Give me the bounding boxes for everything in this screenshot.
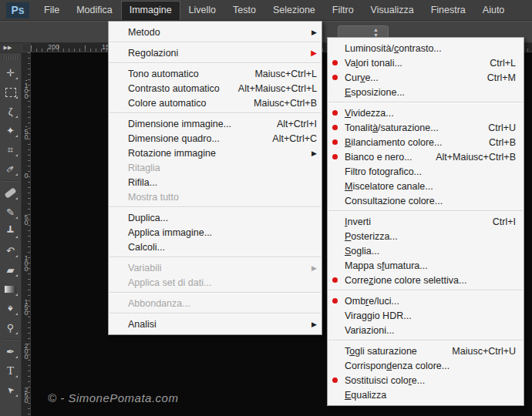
clone-stamp-tool[interactable]: ┻ (2, 222, 20, 241)
menu-item-tono-automatico[interactable]: Tono automaticoMaiusc+Ctrl+L (109, 66, 322, 81)
menu-item-label: Miscelatore canale... (345, 181, 433, 192)
menu-item-shortcut: Ctrl+M (469, 72, 516, 83)
menu-item-esposizione[interactable]: Esposizione... (328, 85, 524, 99)
menu-item-rifila[interactable]: Rifila... (109, 175, 322, 190)
dodge-tool[interactable]: ⚲ (2, 318, 20, 337)
menu-item-regolazioni[interactable]: Regolazioni▶ (109, 45, 322, 60)
menu-item-label: Consultazione colore... (345, 196, 443, 206)
menubar-item-visualizza[interactable]: Visualizza (362, 1, 423, 19)
lasso-tool[interactable]: ζ (2, 102, 20, 121)
brush-tool[interactable]: ✎ (2, 203, 20, 222)
healing-brush-tool[interactable] (2, 183, 20, 203)
menu-item-analisi[interactable]: Analisi▶ (109, 317, 322, 331)
menu-separator (328, 340, 523, 341)
eraser-tool[interactable]: ▰ (2, 260, 20, 280)
menu-item-vividezza[interactable]: Vividezza... (328, 106, 524, 120)
menu-item-ritaglia[interactable]: Ritaglia (109, 160, 322, 175)
menu-item-marker-column (332, 377, 345, 383)
menu-separator (109, 42, 321, 43)
menu-item-corrispondenza-colore[interactable]: Corrispondenza colore... (328, 358, 524, 373)
menu-separator (109, 62, 321, 64)
panel-grip[interactable] (2, 55, 19, 60)
menu-item-calcoli[interactable]: Calcoli... (109, 240, 322, 254)
menubar-item-immagine[interactable]: Immagine (121, 1, 180, 20)
menu-item-label: Tono automatico (128, 69, 199, 79)
menu-item-bianco-e-nero[interactable]: Bianco e nero...Alt+Maiusc+Ctrl+B (328, 149, 524, 164)
menu-item-metodo[interactable]: Metodo▶ (109, 25, 322, 39)
type-tool[interactable]: T (2, 361, 20, 381)
menu-item-contrasto-automatico[interactable]: Contrasto automaticoAlt+Maiusc+Ctrl+L (109, 81, 322, 96)
menu-item-filtro-fotografico[interactable]: Filtro fotografico... (328, 164, 524, 179)
menu-item-abbondanza[interactable]: Abbondanza... (109, 296, 322, 310)
menu-item-colore-automatico[interactable]: Colore automaticoMaiusc+Ctrl+B (109, 96, 322, 110)
gradient-tool-icon (5, 286, 16, 293)
eyedropper-tool[interactable]: ✑ (2, 159, 20, 179)
menubar-item-file[interactable]: File (35, 1, 68, 19)
menu-item-dimensione-immagine[interactable]: Dimensione immagine...Alt+Ctrl+I (109, 116, 322, 131)
menu-item-consultazione-colore[interactable]: Consultazione colore... (328, 193, 524, 208)
menu-separator (109, 257, 321, 258)
menu-item-applica-immagine[interactable]: Applica immagine... (109, 225, 322, 240)
menu-item-marker-column (332, 154, 345, 159)
menu-item-mappa-sfumatura[interactable]: Mappa sfumatura... (328, 258, 524, 273)
menu-item-rotazione-immagine[interactable]: Rotazione immagine▶ (109, 146, 322, 160)
menu-item-tonalit-saturazione[interactable]: Tonalità/saturazione...Ctrl+U (328, 120, 524, 135)
menubar-item-testo[interactable]: Testo (224, 1, 264, 19)
move-tool[interactable]: ✛ (2, 63, 20, 82)
menu-item-variabili[interactable]: Variabili▶ (109, 260, 322, 275)
menu-item-shortcut: Ctrl+B (470, 137, 516, 148)
menu-item-marker-column (332, 277, 345, 283)
menu-item-dimensione-quadro[interactable]: Dimensione quadro...Alt+Ctrl+C (109, 131, 322, 146)
healing-brush-tool-icon (4, 187, 16, 199)
menu-item-viraggio-hdr[interactable]: Viraggio HDR... (328, 308, 524, 323)
menu-item-applica-set-di-dati[interactable]: Applica set di dati... (109, 275, 322, 290)
menu-item-label: Viraggio HDR... (345, 310, 412, 321)
menubar-item-livello[interactable]: Livello (180, 1, 224, 19)
menubar-item-aiuto[interactable]: Aiuto (474, 1, 513, 19)
menu-item-label: Ombre/luci... (345, 296, 399, 307)
move-tool-icon: ✛ (6, 67, 15, 79)
menu-item-luminosit-contrasto[interactable]: Luminosità/contrasto... (328, 41, 524, 55)
panel-collapse-icon[interactable]: ▶▶ (0, 43, 22, 53)
menu-item-inverti[interactable]: InvertiCtrl+I (328, 214, 524, 229)
menu-item-mostra-tutto[interactable]: Mostra tutto (109, 190, 322, 204)
menu-item-equalizza[interactable]: Equalizza (328, 387, 524, 402)
menu-item-curve[interactable]: Curve...Ctrl+M (328, 70, 524, 85)
menu-item-duplica[interactable]: Duplica... (109, 210, 322, 225)
menu-item-correzione-colore-selettiva[interactable]: Correzione colore selettiva... (328, 273, 524, 287)
menu-item-valori-tonali[interactable]: Valori tonali...Ctrl+L (328, 55, 524, 70)
menu-item-variazioni[interactable]: Variazioni... (328, 323, 524, 337)
pen-tool[interactable]: ✒ (2, 342, 20, 361)
menu-item-togli-saturazione[interactable]: Togli saturazioneMaiusc+Ctrl+U (328, 344, 524, 358)
menu-item-label: Analisi (128, 319, 157, 330)
blur-tool[interactable]: ♠ (2, 299, 20, 318)
ruler-label: 1 5 0 (23, 300, 29, 316)
menu-item-soglia[interactable]: Soglia... (328, 243, 524, 258)
menu-item-posterizza[interactable]: Posterizza... (328, 229, 524, 243)
menu-item-label: Mappa sfumatura... (345, 260, 428, 271)
history-brush-tool[interactable]: ↶ (2, 241, 20, 260)
red-dot-icon (332, 277, 338, 283)
menu-item-label: Inverti (345, 216, 371, 227)
crop-tool[interactable]: ⌗ (2, 140, 20, 159)
menu-item-sostituisci-colore[interactable]: Sostituisci colore... (328, 373, 524, 387)
path-selection-tool-icon: ➤ (5, 384, 17, 397)
menubar-item-selezione[interactable]: Selezione (264, 1, 324, 19)
menubar-item-finestra[interactable]: Finestra (423, 1, 474, 19)
red-dot-icon (332, 110, 338, 116)
tools-panel: ▶▶ ✛ζ✦⌗✑✎┻↶▰♠⚲✒T➤ (0, 43, 22, 416)
eyedropper-tool-icon: ✑ (4, 162, 18, 176)
menu-separator (328, 102, 523, 103)
rectangular-marquee-tool[interactable] (2, 82, 20, 102)
menu-item-bilanciamento-colore[interactable]: Bilanciamento colore...Ctrl+B (328, 135, 524, 149)
menubar-item-filtro[interactable]: Filtro (324, 1, 362, 19)
menu-item-miscelatore-canale[interactable]: Miscelatore canale... (328, 179, 524, 193)
magic-wand-tool[interactable]: ✦ (2, 121, 20, 140)
menu-item-label: Equalizza (345, 390, 386, 401)
ruler-label: 2 5 0 (23, 387, 29, 404)
menu-item-ombre-luci[interactable]: Ombre/luci... (328, 294, 524, 308)
menubar-item-modifica[interactable]: Modifica (68, 1, 121, 19)
menu-item-label: Bilanciamento colore... (345, 137, 442, 148)
path-selection-tool[interactable]: ➤ (2, 381, 20, 400)
gradient-tool[interactable] (2, 280, 20, 299)
